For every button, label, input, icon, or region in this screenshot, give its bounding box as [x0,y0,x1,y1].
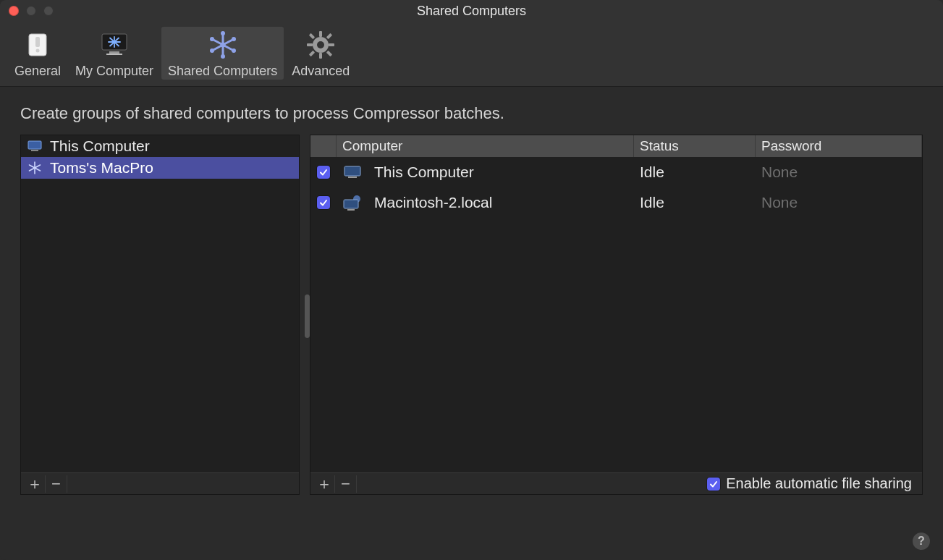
preferences-window: Shared Computers General [0,0,943,560]
table-row[interactable]: This Computer Idle None [310,157,922,187]
tab-advanced[interactable]: Advanced [284,26,357,80]
cell-status: Idle [634,157,756,187]
computers-panel: Computer Status Password [310,135,923,495]
svg-point-19 [220,43,225,48]
network-computer-icon [337,187,368,218]
svg-point-17 [210,48,214,53]
svg-rect-31 [31,150,38,151]
tab-label: General [14,64,61,79]
row-checkbox[interactable] [310,187,337,218]
svg-point-14 [221,54,225,59]
svg-rect-21 [319,31,322,37]
enable-file-sharing-checkbox[interactable]: Enable automatic file sharing [707,475,919,492]
svg-rect-35 [344,166,360,176]
checkbox-checked-icon [317,196,330,209]
remove-group-button[interactable]: − [46,475,67,493]
svg-point-18 [232,37,236,41]
svg-rect-36 [348,177,357,178]
tab-label: My Computer [75,64,153,79]
snowflake-icon [207,29,239,61]
svg-rect-22 [319,53,322,59]
remove-computer-button[interactable]: − [335,475,357,493]
header-status[interactable]: Status [634,135,756,157]
add-computer-button[interactable]: ＋ [313,475,335,493]
svg-point-16 [232,48,236,53]
add-group-button[interactable]: ＋ [24,475,46,493]
groups-list[interactable]: This Computer Toms's MacPro [21,135,299,472]
computer-icon [337,157,368,187]
svg-rect-5 [106,54,122,55]
tab-label: Shared Computers [168,64,277,79]
svg-rect-24 [329,43,334,46]
tab-my-computer[interactable]: My Computer [68,26,161,80]
cell-computer: Macintosh-2.local [368,187,634,218]
group-row-this-computer[interactable]: This Computer [21,135,299,157]
svg-rect-38 [344,200,358,208]
titlebar: Shared Computers [0,0,943,22]
svg-point-29 [317,41,324,48]
cell-password: None [756,157,922,187]
checkbox-checked-icon [317,166,330,179]
svg-rect-28 [309,51,315,56]
table-row[interactable]: Macintosh-2.local Idle None [310,187,922,218]
switch-icon [22,29,54,61]
scrollbar-thumb[interactable] [305,294,310,338]
table-body[interactable]: This Computer Idle None [310,157,922,472]
help-button[interactable]: ? [913,533,930,550]
checkbox-checked-icon [707,478,720,491]
svg-rect-4 [109,51,119,54]
computer-icon [27,140,43,152]
svg-rect-25 [309,33,315,39]
toolbar: General My Computer [0,22,943,87]
svg-point-13 [221,31,225,35]
table-header: Computer Status Password [310,135,922,157]
svg-rect-30 [28,141,41,149]
monitor-snowflake-icon [98,29,130,61]
svg-rect-26 [326,51,332,56]
svg-rect-39 [347,209,355,211]
tab-shared-computers[interactable]: Shared Computers [161,26,284,80]
computers-footer: ＋ − Enable automatic file sharing [310,472,922,494]
header-password[interactable]: Password [756,135,922,157]
window-title: Shared Computers [0,4,943,19]
svg-point-2 [36,49,40,53]
group-label: This Computer [50,137,150,155]
gear-icon [305,29,337,61]
tab-general[interactable]: General [7,26,68,80]
row-checkbox[interactable] [310,157,337,187]
svg-rect-23 [307,43,313,46]
header-checkbox-col[interactable] [310,135,337,157]
svg-rect-27 [326,33,332,39]
cell-password: None [756,187,922,218]
header-computer[interactable]: Computer [337,135,634,157]
cell-status: Idle [634,187,756,218]
snowflake-icon [27,161,43,174]
cell-computer: This Computer [368,157,634,187]
groups-footer: ＋ − [21,472,299,494]
svg-point-15 [210,37,214,41]
content-area: Create groups of shared computers to pro… [0,87,943,502]
instructions-text: Create groups of shared computers to pro… [20,104,923,123]
groups-panel: This Computer Toms's MacPro [20,135,300,495]
panels: This Computer Toms's MacPro [20,135,923,495]
svg-rect-1 [35,37,40,47]
enable-file-sharing-label: Enable automatic file sharing [726,475,912,492]
tab-label: Advanced [292,64,350,79]
group-label: Toms's MacPro [50,159,153,177]
group-row-toms-macpro[interactable]: Toms's MacPro [21,157,299,179]
